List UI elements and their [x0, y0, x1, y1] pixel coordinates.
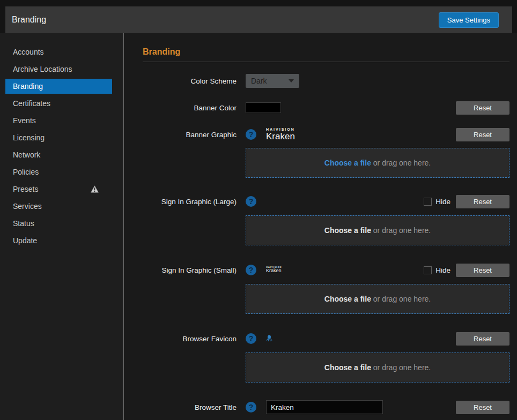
banner-graphic-reset-button[interactable]: Reset — [456, 128, 509, 141]
dropzone-hint-text: or drag one here. — [371, 363, 431, 372]
signin-large-reset-button[interactable]: Reset — [456, 195, 509, 208]
help-icon[interactable]: ? — [246, 196, 256, 207]
signin-small-label: Sign In Graphic (Small) — [143, 266, 237, 274]
kraken-logo-text: Kraken — [266, 268, 282, 274]
branding-form: Color Scheme Dark Banner Color Reset — [143, 74, 509, 414]
signin-small-dropzone[interactable]: Choose a file or drag one here. — [246, 284, 509, 314]
hide-label: Hide — [435, 198, 450, 206]
page-header: Branding Save Settings — [5, 6, 512, 33]
signin-large-hide-option: Hide — [424, 198, 450, 206]
kraken-logo-text: Kraken — [266, 132, 295, 142]
dropzone-hint-text: or drag one here. — [371, 295, 431, 303]
sidebar-item-network[interactable]: Network — [0, 146, 123, 163]
hide-label: Hide — [435, 266, 450, 274]
sidebar-item-accounts[interactable]: Accounts — [0, 43, 123, 61]
browser-favicon-dropzone[interactable]: Choose a file or drag one here. — [246, 352, 509, 382]
banner-color-swatch[interactable] — [246, 102, 281, 113]
app-body: AccountsArchive LocationsBrandingCertifi… — [0, 33, 517, 420]
sidebar-item-label: Licensing — [13, 133, 45, 142]
browser-favicon-row: Browser Favicon ? Reset — [143, 332, 509, 346]
dropzone-hint-text: or drag one here. — [371, 159, 431, 167]
browser-title-reset-button[interactable]: Reset — [456, 401, 509, 414]
sidebar-item-label: Certificates — [13, 99, 50, 108]
sidebar-item-label: Network — [13, 151, 40, 159]
banner-color-row: Banner Color Reset — [143, 101, 509, 115]
help-icon[interactable]: ? — [246, 129, 256, 140]
section-title: Branding — [143, 47, 509, 62]
color-scheme-row: Color Scheme Dark — [143, 74, 509, 88]
signin-large-label: Sign In Graphic (Large) — [143, 198, 237, 206]
dropzone-hint-text: or drag one here. — [371, 226, 431, 235]
choose-file-link[interactable]: Choose a file — [324, 159, 371, 167]
kraken-favicon-icon — [266, 335, 272, 342]
browser-favicon-label: Browser Favicon — [143, 335, 237, 343]
signin-large-dropzone-row: Choose a file or drag one here. — [143, 215, 509, 245]
choose-file-link[interactable]: Choose a file — [324, 226, 371, 235]
sidebar-item-status[interactable]: Status — [0, 215, 123, 232]
sidebar-item-label: Services — [13, 202, 42, 211]
sidebar-item-label: Accounts — [13, 48, 44, 56]
help-icon[interactable]: ? — [246, 333, 256, 344]
warning-icon — [91, 185, 99, 193]
main-content: Branding Color Scheme Dark Banner Color — [124, 33, 517, 420]
sidebar-item-presets[interactable]: Presets — [0, 181, 123, 198]
sidebar-item-label: Events — [13, 116, 36, 125]
sidebar-item-label: Status — [13, 219, 34, 228]
page-title: Branding — [12, 15, 46, 25]
signin-small-hide-option: Hide — [424, 266, 450, 274]
signin-large-dropzone[interactable]: Choose a file or drag one here. — [246, 215, 509, 245]
sidebar-item-label: Archive Locations — [13, 65, 72, 73]
banner-graphic-dropzone-row: Choose a file or drag one here. — [143, 148, 509, 178]
sidebar-item-label: Update — [13, 236, 37, 245]
banner-graphic-label: Banner Graphic — [143, 131, 237, 139]
banner-graphic-preview: HAIVISION Kraken — [266, 128, 295, 141]
save-settings-button[interactable]: Save Settings — [439, 12, 499, 28]
sidebar-item-label: Presets — [13, 185, 38, 193]
signin-small-hide-checkbox[interactable] — [424, 266, 432, 274]
signin-small-dropzone-row: Choose a file or drag one here. — [143, 284, 509, 314]
sidebar-nav: AccountsArchive LocationsBrandingCertifi… — [0, 33, 124, 420]
color-scheme-select[interactable]: Dark — [246, 74, 299, 88]
banner-graphic-row: Banner Graphic ? HAIVISION Kraken Reset — [143, 126, 509, 142]
choose-file-link[interactable]: Choose a file — [324, 295, 371, 303]
signin-small-reset-button[interactable]: Reset — [456, 264, 509, 277]
signin-large-row: Sign In Graphic (Large) ? Hide Reset — [143, 194, 509, 208]
choose-file-link[interactable]: Choose a file — [324, 363, 371, 372]
browser-title-label: Browser Title — [143, 403, 237, 411]
sidebar-item-licensing[interactable]: Licensing — [0, 129, 123, 146]
sidebar-item-update[interactable]: Update — [0, 232, 123, 249]
color-scheme-label: Color Scheme — [143, 77, 237, 85]
browser-title-row: Browser Title ? Reset — [143, 400, 509, 414]
browser-title-input[interactable] — [266, 400, 383, 414]
sidebar-item-services[interactable]: Services — [0, 198, 123, 215]
window-top-strip — [0, 0, 517, 6]
signin-large-hide-checkbox[interactable] — [424, 198, 432, 206]
banner-color-reset-button[interactable]: Reset — [456, 101, 509, 115]
sidebar-item-policies[interactable]: Policies — [0, 163, 123, 181]
signin-small-preview: HAIVISION Kraken — [266, 266, 282, 274]
banner-graphic-dropzone[interactable]: Choose a file or drag one here. — [246, 148, 509, 178]
browser-favicon-reset-button[interactable]: Reset — [456, 332, 509, 346]
browser-favicon-dropzone-row: Choose a file or drag one here. — [143, 352, 509, 382]
banner-color-label: Banner Color — [143, 104, 237, 112]
sidebar-item-branding[interactable]: Branding — [5, 79, 112, 94]
sidebar-item-label: Policies — [13, 168, 39, 176]
color-scheme-value: Dark — [251, 77, 267, 85]
sidebar-item-certificates[interactable]: Certificates — [0, 95, 123, 112]
help-icon[interactable]: ? — [246, 402, 256, 412]
sidebar-item-events[interactable]: Events — [0, 112, 123, 129]
sidebar-item-archive-locations[interactable]: Archive Locations — [0, 61, 123, 78]
sidebar-item-label: Branding — [13, 82, 43, 91]
chevron-down-icon — [289, 79, 294, 82]
help-icon[interactable]: ? — [246, 265, 256, 275]
signin-small-row: Sign In Graphic (Small) ? HAIVISION Krak… — [143, 263, 509, 277]
